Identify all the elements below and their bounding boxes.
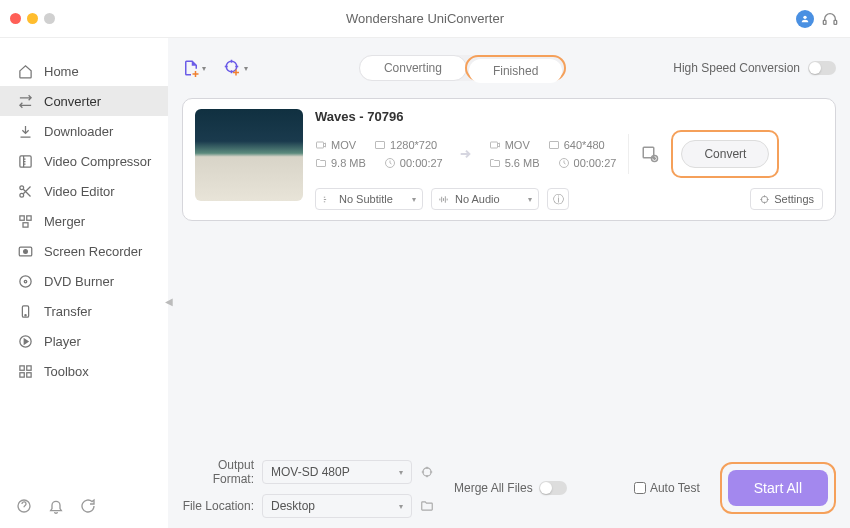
bottom-left: Output Format: MOV-SD 480P ▾ File Locati… xyxy=(182,458,434,518)
toolbar-right: High Speed Conversion xyxy=(673,61,836,75)
svg-point-4 xyxy=(20,185,24,189)
sidebar-item-player[interactable]: Player xyxy=(0,326,168,356)
merge-toggle[interactable] xyxy=(539,481,567,495)
file-location-label: File Location: xyxy=(182,499,254,513)
bell-icon[interactable] xyxy=(48,498,64,514)
settings-button[interactable]: Settings xyxy=(750,188,823,210)
svg-point-14 xyxy=(25,314,26,315)
output-format-row: Output Format: MOV-SD 480P ▾ xyxy=(182,458,434,486)
auto-test-label: Auto Test xyxy=(650,481,700,495)
svg-rect-8 xyxy=(23,222,28,226)
file-title: Waves - 70796 xyxy=(315,109,823,124)
sidebar-item-label: Video Compressor xyxy=(44,154,151,169)
tab-finished[interactable]: Finished xyxy=(469,59,562,83)
card-info: Waves - 70796 MOV 1280*720 9.8 MB 00:00:… xyxy=(315,109,823,210)
auto-test-row: Auto Test xyxy=(634,481,700,495)
user-avatar[interactable] xyxy=(796,10,814,28)
arrow-right-icon xyxy=(455,146,477,162)
video-icon xyxy=(489,139,501,151)
container: Home Converter Downloader Video Compress… xyxy=(0,38,850,528)
sidebar-bottom xyxy=(16,498,96,514)
play-icon xyxy=(18,334,34,349)
start-all-button[interactable]: Start All xyxy=(728,470,828,506)
chevron-down-icon: ▾ xyxy=(202,64,206,73)
tab-finished-highlight: Finished xyxy=(465,55,566,81)
sidebar-item-label: Home xyxy=(44,64,79,79)
subtitle-icon xyxy=(322,194,333,205)
target-meta: MOV 640*480 5.6 MB 00:00:27 xyxy=(489,139,617,169)
file-card[interactable]: Waves - 70796 MOV 1280*720 9.8 MB 00:00:… xyxy=(182,98,836,221)
output-format-select[interactable]: MOV-SD 480P ▾ xyxy=(262,460,412,484)
file-location-select[interactable]: Desktop ▾ xyxy=(262,494,412,518)
sidebar-item-converter[interactable]: Converter xyxy=(0,86,168,116)
svg-rect-7 xyxy=(27,215,31,219)
merge-label: Merge All Files xyxy=(454,481,533,495)
help-icon[interactable] xyxy=(16,498,32,514)
start-highlight: Start All xyxy=(720,462,836,514)
feedback-icon[interactable] xyxy=(80,498,96,514)
tab-group: Converting Finished xyxy=(359,55,566,81)
video-icon xyxy=(315,139,327,151)
audio-select[interactable]: No Audio ▾ xyxy=(431,188,539,210)
subtitle-select[interactable]: No Subtitle ▾ xyxy=(315,188,423,210)
video-thumbnail[interactable] xyxy=(195,109,303,201)
sidebar-item-toolbox[interactable]: Toolbox xyxy=(0,356,168,386)
toolbar: ▾ ▾ Converting Finished High Speed Conve… xyxy=(182,52,836,84)
main: ▾ ▾ Converting Finished High Speed Conve… xyxy=(168,38,850,528)
sidebar-item-label: DVD Burner xyxy=(44,274,114,289)
edit-options-icon[interactable] xyxy=(641,145,659,163)
svg-rect-17 xyxy=(27,365,31,369)
sidebar-item-dvd[interactable]: DVD Burner xyxy=(0,266,168,296)
chevron-down-icon: ▾ xyxy=(412,195,416,204)
svg-rect-1 xyxy=(823,20,826,24)
sidebar-item-transfer[interactable]: Transfer xyxy=(0,296,168,326)
sidebar-item-home[interactable]: Home xyxy=(0,56,168,86)
chevron-down-icon: ▾ xyxy=(399,468,403,477)
file-location-row: File Location: Desktop ▾ xyxy=(182,494,434,518)
sidebar-item-label: Downloader xyxy=(44,124,113,139)
support-icon[interactable] xyxy=(822,11,838,27)
folder-open-icon[interactable] xyxy=(420,499,434,513)
converter-icon xyxy=(18,94,34,109)
maximize-window[interactable] xyxy=(44,13,55,24)
convert-highlight: Convert xyxy=(671,130,779,178)
sidebar-item-compressor[interactable]: Video Compressor xyxy=(0,146,168,176)
svg-rect-6 xyxy=(20,215,24,219)
compressor-icon xyxy=(18,154,34,169)
svg-rect-18 xyxy=(20,372,24,376)
sidebar-item-merger[interactable]: Merger xyxy=(0,206,168,236)
scissors-icon xyxy=(18,184,34,199)
add-url-button[interactable]: ▾ xyxy=(224,56,248,80)
svg-point-31 xyxy=(423,468,431,476)
folder-icon xyxy=(489,157,501,169)
app-title: Wondershare UniConverter xyxy=(12,11,838,26)
sidebar: Home Converter Downloader Video Compress… xyxy=(0,38,168,528)
options-row: No Subtitle ▾ No Audio ▾ ⓘ Settings xyxy=(315,188,823,210)
convert-button[interactable]: Convert xyxy=(681,140,769,168)
merger-icon xyxy=(18,214,34,229)
crosshair-icon[interactable] xyxy=(420,465,434,479)
sidebar-item-editor[interactable]: Video Editor xyxy=(0,176,168,206)
chevron-down-icon: ▾ xyxy=(528,195,532,204)
svg-point-10 xyxy=(24,249,28,253)
sidebar-item-recorder[interactable]: Screen Recorder xyxy=(0,236,168,266)
title-right xyxy=(796,10,838,28)
info-button[interactable]: ⓘ xyxy=(547,188,569,210)
chevron-down-icon: ▾ xyxy=(399,502,403,511)
tab-converting[interactable]: Converting xyxy=(359,55,467,81)
add-file-icon xyxy=(182,57,200,79)
auto-test-checkbox[interactable] xyxy=(634,482,646,494)
sidebar-item-label: Converter xyxy=(44,94,101,109)
download-icon xyxy=(18,124,34,139)
merge-row: Merge All Files xyxy=(454,481,567,495)
close-window[interactable] xyxy=(10,13,21,24)
high-speed-toggle[interactable] xyxy=(808,61,836,75)
minimize-window[interactable] xyxy=(27,13,38,24)
home-icon xyxy=(18,64,34,79)
recorder-icon xyxy=(18,244,34,259)
grid-icon xyxy=(18,364,34,379)
sidebar-item-downloader[interactable]: Downloader xyxy=(0,116,168,146)
add-file-button[interactable]: ▾ xyxy=(182,56,206,80)
resolution-icon xyxy=(548,139,560,151)
output-format-label: Output Format: xyxy=(182,458,254,486)
